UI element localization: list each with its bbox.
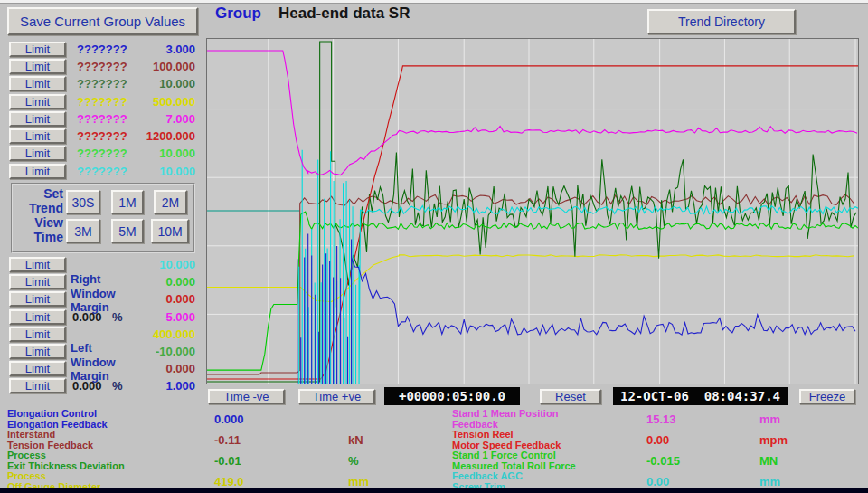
legend-signal-unit: MN <box>760 454 778 468</box>
legend-signal-name: Stand 1 Mean PositionFeedback <box>452 409 558 430</box>
legend-signal-name: ProcessExit Thickness Deviation <box>7 450 125 471</box>
left-margin-percent-unit: % <box>112 379 123 393</box>
time-positive-button[interactable]: Time +ve <box>298 389 375 404</box>
right-window-margin-label: Right Window Margin <box>71 272 116 315</box>
limit-value: 3.000 <box>107 43 195 56</box>
trend-view-time-label: Set Trend View Time <box>13 186 63 244</box>
limit-row: Limit ??????? 7.000 <box>0 111 206 128</box>
trend-screen: Save Current Group Values Group Head-end… <box>0 0 868 493</box>
limit-value: 500.000 <box>107 95 195 109</box>
trace-stand1-mean-position <box>207 51 857 175</box>
trend-directory-button[interactable]: Trend Directory <box>647 9 796 34</box>
window-top-edge <box>0 0 868 4</box>
legend-signal-unit: mm <box>760 412 780 426</box>
limit-value: -10.000 <box>107 345 195 358</box>
legend-signal-name: Stand 1 Force ControlMeasured Total Roll… <box>452 450 576 471</box>
legend-signal-unit: mm <box>348 475 369 488</box>
limit-button[interactable]: Limit <box>9 378 66 393</box>
legend-signal-value: -0.11 <box>214 433 241 447</box>
trend-time-1m-button[interactable]: 1M <box>111 190 144 214</box>
left-window-margin-label: Left Window Margin <box>71 341 116 384</box>
limit-row: Limit ??????? 100.000 <box>0 59 206 75</box>
limit-button[interactable]: Limit <box>9 327 66 342</box>
limit-row: Limit ??????? 1200.000 <box>0 128 206 145</box>
trend-chart[interactable] <box>206 38 859 384</box>
limit-button[interactable]: Limit <box>9 146 66 161</box>
legend-signal-name: Tension ReelMotor Speed Feedback <box>452 430 561 450</box>
legend-signal-value: 15.13 <box>646 412 676 426</box>
limit-value: 10.000 <box>107 77 195 90</box>
limit-value: 0.000 <box>107 275 195 289</box>
legend-signal-name: InterstandTension Feedback <box>7 430 93 450</box>
limit-value: 10.000 <box>107 258 195 271</box>
limit-button[interactable]: Limit <box>9 76 66 91</box>
legend-signal-value: 0.000 <box>214 412 244 426</box>
limit-value: 7.000 <box>107 112 195 126</box>
limit-value: 1200.000 <box>107 129 195 143</box>
limit-button[interactable]: Limit <box>9 42 66 57</box>
trace-elongation-feedback <box>207 233 855 384</box>
limit-value: 10.000 <box>107 147 195 160</box>
trend-time-2m-button[interactable]: 2M <box>154 190 187 214</box>
legend-signal-unit: % <box>348 454 359 468</box>
screen-bottom-edge <box>0 488 868 493</box>
limit-value: 10.000 <box>107 165 195 178</box>
trace-screw-trim-feedback <box>299 150 858 384</box>
legend-signal-value: 0.00 <box>646 433 669 447</box>
limit-button[interactable]: Limit <box>9 94 66 109</box>
limit-row: Limit 10.000 <box>0 257 206 273</box>
trend-time-30s-button[interactable]: 30S <box>66 190 100 214</box>
trend-time-3m-button[interactable]: 3M <box>66 219 100 243</box>
legend-signal-unit: kN <box>348 433 363 447</box>
limit-button[interactable]: Limit <box>9 309 66 325</box>
time-negative-button[interactable]: Time -ve <box>208 389 285 404</box>
limit-value: 400.000 <box>107 327 195 341</box>
limit-row: Limit ??????? 10.000 <box>0 76 206 92</box>
legend-signal-value: 0.00 <box>646 475 669 488</box>
limit-button[interactable]: Limit <box>9 274 66 289</box>
limit-button[interactable]: Limit <box>9 257 66 272</box>
freeze-button[interactable]: Freeze <box>799 389 855 404</box>
limit-button[interactable]: Limit <box>9 164 66 179</box>
trend-time-10m-button[interactable]: 10M <box>151 219 189 243</box>
legend-signal-value: -0.01 <box>214 454 241 468</box>
legend-signal-value: -0.015 <box>646 454 680 468</box>
limit-row: Limit ??????? 10.000 <box>0 146 206 162</box>
limit-button[interactable]: Limit <box>9 128 66 144</box>
limit-row: Limit ??????? 10.000 <box>0 164 206 180</box>
limit-button[interactable]: Limit <box>9 291 66 307</box>
limit-row: Limit ??????? 500.000 <box>0 94 206 110</box>
limit-value: 100.000 <box>107 60 195 73</box>
legend-signal-unit: mpm <box>760 433 788 447</box>
limit-button[interactable]: Limit <box>9 111 66 127</box>
trend-time-5m-button[interactable]: 5M <box>111 219 144 243</box>
limit-button[interactable]: Limit <box>9 344 66 359</box>
save-group-values-button[interactable]: Save Current Group Values <box>7 7 198 35</box>
limit-button[interactable]: Limit <box>9 361 66 376</box>
limit-value: 0.000 <box>107 292 195 306</box>
limit-button[interactable]: Limit <box>9 59 66 74</box>
legend-signal-name: Elongation ControlElongation Feedback <box>7 409 108 430</box>
datetime-display: 12-OCT-06 08:04:37.4 <box>613 387 788 405</box>
elapsed-time-display: +00000:05:00.0 <box>384 387 520 405</box>
right-margin-percent-unit: % <box>112 310 123 324</box>
right-margin-percent-value: 0.000 <box>72 310 102 324</box>
legend-signal-unit: mm <box>760 475 780 488</box>
group-label: Group <box>215 5 261 23</box>
reset-button[interactable]: Reset <box>540 389 601 404</box>
page-title: Head-end data SR <box>278 5 410 23</box>
trend-plot-svg <box>207 39 858 384</box>
limit-value: 0.000 <box>107 362 195 375</box>
legend-signal-value: 419.0 <box>214 475 244 488</box>
limit-row: Limit ??????? 3.000 <box>0 42 206 58</box>
left-margin-percent-value: 0.000 <box>72 379 102 393</box>
